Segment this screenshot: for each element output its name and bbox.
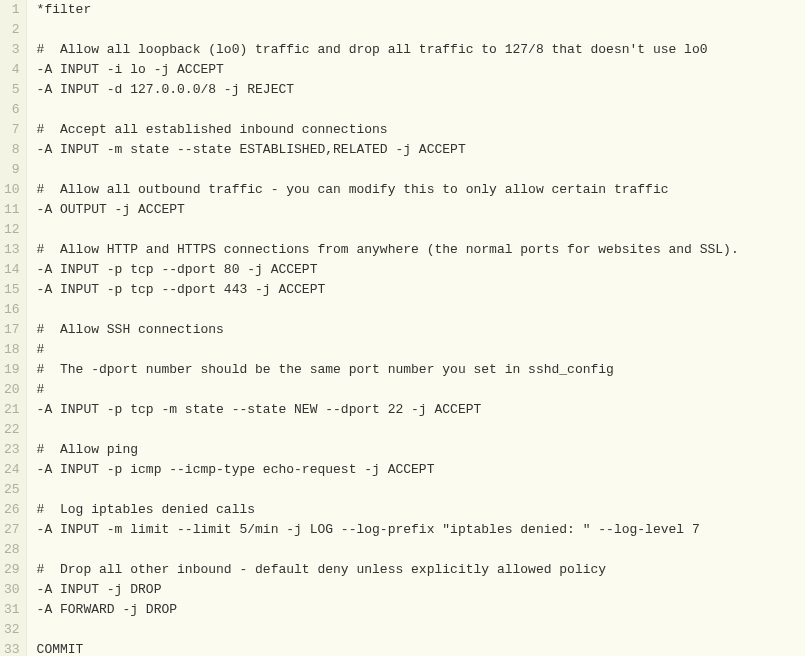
code-line[interactable] xyxy=(37,540,805,560)
code-line[interactable]: -A INPUT -i lo -j ACCEPT xyxy=(37,60,805,80)
line-number: 20 xyxy=(4,380,20,400)
code-line[interactable]: *filter xyxy=(37,0,805,20)
line-number-gutter: 1234567891011121314151617181920212223242… xyxy=(0,0,27,656)
code-line[interactable]: -A INPUT -p tcp --dport 443 -j ACCEPT xyxy=(37,280,805,300)
code-line[interactable]: # Allow ping xyxy=(37,440,805,460)
code-line[interactable]: # Accept all established inbound connect… xyxy=(37,120,805,140)
code-line[interactable]: -A INPUT -m state --state ESTABLISHED,RE… xyxy=(37,140,805,160)
line-number: 25 xyxy=(4,480,20,500)
line-number: 1 xyxy=(4,0,20,20)
code-line[interactable]: -A INPUT -p tcp -m state --state NEW --d… xyxy=(37,400,805,420)
code-editor: 1234567891011121314151617181920212223242… xyxy=(0,0,805,656)
code-line[interactable] xyxy=(37,20,805,40)
line-number: 10 xyxy=(4,180,20,200)
line-number: 8 xyxy=(4,140,20,160)
line-number: 16 xyxy=(4,300,20,320)
code-line[interactable] xyxy=(37,300,805,320)
code-line[interactable]: # Log iptables denied calls xyxy=(37,500,805,520)
line-number: 7 xyxy=(4,120,20,140)
code-line[interactable]: -A INPUT -p tcp --dport 80 -j ACCEPT xyxy=(37,260,805,280)
line-number: 17 xyxy=(4,320,20,340)
code-line[interactable] xyxy=(37,160,805,180)
line-number: 21 xyxy=(4,400,20,420)
code-line[interactable] xyxy=(37,420,805,440)
line-number: 13 xyxy=(4,240,20,260)
line-number: 6 xyxy=(4,100,20,120)
line-number: 24 xyxy=(4,460,20,480)
line-number: 23 xyxy=(4,440,20,460)
line-number: 31 xyxy=(4,600,20,620)
code-line[interactable]: # xyxy=(37,380,805,400)
code-line[interactable]: -A INPUT -p icmp --icmp-type echo-reques… xyxy=(37,460,805,480)
line-number: 11 xyxy=(4,200,20,220)
line-number: 29 xyxy=(4,560,20,580)
line-number: 12 xyxy=(4,220,20,240)
code-line[interactable]: -A INPUT -d 127.0.0.0/8 -j REJECT xyxy=(37,80,805,100)
line-number: 5 xyxy=(4,80,20,100)
line-number: 22 xyxy=(4,420,20,440)
code-line[interactable]: # Drop all other inbound - default deny … xyxy=(37,560,805,580)
code-line[interactable] xyxy=(37,480,805,500)
line-number: 30 xyxy=(4,580,20,600)
line-number: 15 xyxy=(4,280,20,300)
code-line[interactable]: # Allow all outbound traffic - you can m… xyxy=(37,180,805,200)
code-content[interactable]: *filter# Allow all loopback (lo0) traffi… xyxy=(27,0,805,656)
line-number: 14 xyxy=(4,260,20,280)
line-number: 27 xyxy=(4,520,20,540)
code-line[interactable]: -A INPUT -m limit --limit 5/min -j LOG -… xyxy=(37,520,805,540)
line-number: 9 xyxy=(4,160,20,180)
line-number: 3 xyxy=(4,40,20,60)
line-number: 33 xyxy=(4,640,20,656)
code-line[interactable]: # Allow HTTP and HTTPS connections from … xyxy=(37,240,805,260)
line-number: 4 xyxy=(4,60,20,80)
code-line[interactable]: -A OUTPUT -j ACCEPT xyxy=(37,200,805,220)
code-line[interactable]: # Allow all loopback (lo0) traffic and d… xyxy=(37,40,805,60)
line-number: 19 xyxy=(4,360,20,380)
line-number: 2 xyxy=(4,20,20,40)
code-line[interactable]: -A INPUT -j DROP xyxy=(37,580,805,600)
line-number: 26 xyxy=(4,500,20,520)
line-number: 18 xyxy=(4,340,20,360)
code-line[interactable] xyxy=(37,220,805,240)
code-line[interactable]: # The -dport number should be the same p… xyxy=(37,360,805,380)
code-line[interactable]: -A FORWARD -j DROP xyxy=(37,600,805,620)
code-line[interactable]: # xyxy=(37,340,805,360)
line-number: 28 xyxy=(4,540,20,560)
code-line[interactable] xyxy=(37,100,805,120)
code-line[interactable] xyxy=(37,620,805,640)
code-line[interactable]: # Allow SSH connections xyxy=(37,320,805,340)
code-line[interactable]: COMMIT xyxy=(37,640,805,656)
line-number: 32 xyxy=(4,620,20,640)
